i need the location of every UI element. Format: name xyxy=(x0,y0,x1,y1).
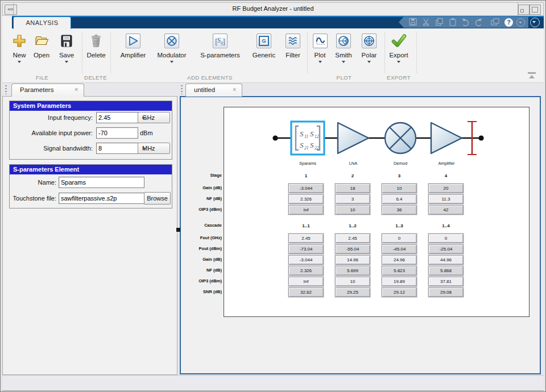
cascade-column-header: 1..1 xyxy=(288,223,324,228)
cascade-snr-value: 29.12 xyxy=(382,287,417,297)
delete-button[interactable]: Delete xyxy=(82,32,110,59)
system-parameters-header: System Parameters xyxy=(10,101,172,111)
panel-grip[interactable] xyxy=(181,85,183,94)
touchstone-file-field[interactable] xyxy=(59,193,144,204)
tab-analysis[interactable]: ANALYSIS xyxy=(13,16,71,29)
panel-grip[interactable] xyxy=(5,85,7,94)
export-button[interactable]: Export xyxy=(385,32,412,63)
svg-text:11: 11 xyxy=(304,134,308,139)
stage-column-header: 1 xyxy=(288,173,324,178)
maximize-button[interactable] xyxy=(530,5,541,15)
plot-icon xyxy=(313,34,328,48)
chevron-down-icon xyxy=(142,148,146,150)
qab-undo-icon[interactable] xyxy=(462,19,469,26)
group-label-plot: PLOT xyxy=(324,74,364,81)
table-row-label: NF (dB) xyxy=(182,196,222,201)
stage-oip3-field[interactable]: Inf xyxy=(288,205,324,215)
minimize-icon xyxy=(520,9,524,12)
element-label: Demod xyxy=(394,161,407,166)
stage-nf-field[interactable]: 2.326 xyxy=(288,194,324,204)
lna-block[interactable] xyxy=(338,123,369,153)
parameters-panel: Parameters ✕ System Parameters Input fre… xyxy=(2,83,177,375)
amplifier-block[interactable] xyxy=(431,123,462,153)
group-label-export: EXPORT xyxy=(381,74,416,81)
stage-nf-field[interactable]: 6.4 xyxy=(382,194,417,204)
cascade-snr-value: 29.25 xyxy=(335,287,370,297)
svg-text:S: S xyxy=(300,141,304,149)
close-icon[interactable]: ✕ xyxy=(74,87,78,93)
qab-copy-icon[interactable] xyxy=(436,19,442,26)
cascade-fout-value: 2.45 xyxy=(288,233,324,243)
modulator-icon xyxy=(164,34,179,48)
stage-gain-field[interactable]: 18 xyxy=(335,184,370,193)
help-icon[interactable]: ? xyxy=(504,18,513,27)
bandwidth-label: Signal bandwidth: xyxy=(7,145,93,152)
qab-dropdown-icon[interactable] xyxy=(516,18,525,27)
bandwidth-unit-dropdown[interactable]: MHz xyxy=(138,143,170,154)
bandwidth-field[interactable] xyxy=(96,143,138,154)
open-button[interactable]: Open xyxy=(30,32,53,59)
frame-notch xyxy=(13,3,14,16)
save-button[interactable]: Save xyxy=(55,32,78,63)
stage-gain-field[interactable]: 10 xyxy=(382,184,417,193)
frequency-unit-dropdown[interactable]: GHz xyxy=(138,112,170,123)
status-bar xyxy=(2,375,544,391)
save-floppy-icon xyxy=(55,32,78,50)
svg-text:S: S xyxy=(310,130,314,138)
s-parameters-button[interactable]: [Sij] S-parameters xyxy=(194,32,246,59)
generic-icon: G xyxy=(257,34,271,48)
input-frequency-field[interactable] xyxy=(96,112,138,123)
close-icon[interactable]: ✕ xyxy=(232,87,237,93)
polar-button[interactable]: Polar xyxy=(357,32,381,63)
stage-nf-field[interactable]: 11.3 xyxy=(428,194,464,204)
svg-text:S: S xyxy=(310,141,314,149)
panel-splitter-handle[interactable] xyxy=(176,228,180,232)
touchstone-file-label: Touchstone file: xyxy=(7,195,56,202)
collapse-ribbon-button[interactable] xyxy=(527,72,536,78)
sparams-block[interactable]: S 11 S 12 S 21 S 22 xyxy=(291,122,324,155)
quick-access-icons xyxy=(409,18,501,27)
filter-button[interactable]: Filter xyxy=(282,32,304,59)
group-label-add-elements: ADD ELEMENTS xyxy=(173,74,247,81)
generic-button[interactable]: G Generic xyxy=(249,32,279,59)
stage-oip3-field[interactable]: 42 xyxy=(428,205,464,215)
chevron-down-icon xyxy=(318,61,322,63)
sparameters-element-header: S-parameters Element xyxy=(10,165,172,174)
qab-save-icon[interactable] xyxy=(410,19,416,26)
group-label-delete: DELETE xyxy=(77,74,114,81)
demod-block[interactable] xyxy=(385,123,416,153)
qab-redo-icon[interactable] xyxy=(476,19,482,26)
element-label: Sparams xyxy=(299,161,316,166)
stage-oip3-field[interactable]: 10 xyxy=(335,205,370,215)
cascade-column-header: 1..3 xyxy=(382,223,417,228)
plot-button[interactable]: Plot xyxy=(309,32,330,63)
title-bar: RF Budget Analyzer - untitled xyxy=(2,2,544,16)
stage-oip3-field[interactable]: 36 xyxy=(382,205,417,215)
qab-cut-icon[interactable] xyxy=(423,19,428,26)
document-panel: untitled ✕ Stage Gain (dB) NF (dB) OIP3 … xyxy=(180,83,541,375)
tab-parameters[interactable]: Parameters ✕ xyxy=(11,84,84,97)
stage-gain-field[interactable]: 20 xyxy=(428,184,464,193)
diagram-canvas: S 11 S 12 S 21 S 22 xyxy=(224,107,530,317)
group-separator xyxy=(110,32,111,73)
chevron-down-icon xyxy=(18,61,21,63)
stage-nf-field[interactable]: 3 xyxy=(335,194,370,204)
browse-button[interactable]: Browse xyxy=(144,192,171,205)
modulator-button[interactable]: Modulator xyxy=(153,32,191,63)
stage-column-header: 3 xyxy=(382,173,417,178)
qab-windows-icon[interactable] xyxy=(491,19,499,25)
polar-chart-icon xyxy=(362,34,377,48)
cascade-pout-value: -25.04 xyxy=(428,244,464,254)
ribbon-overflow-button[interactable] xyxy=(530,18,540,27)
minimize-button[interactable] xyxy=(518,5,530,15)
input-power-field[interactable] xyxy=(96,127,138,139)
element-label: LNA xyxy=(349,161,358,166)
tab-untitled[interactable]: untitled ✕ xyxy=(185,84,242,97)
name-field[interactable] xyxy=(59,177,144,188)
new-button[interactable]: New xyxy=(7,32,32,63)
smith-button[interactable]: Smith xyxy=(332,32,355,63)
maximize-icon xyxy=(532,7,538,12)
amplifier-button[interactable]: Amplifier xyxy=(115,32,151,59)
qab-paste-icon[interactable] xyxy=(450,18,456,26)
stage-gain-field[interactable]: -3.044 xyxy=(288,184,324,193)
